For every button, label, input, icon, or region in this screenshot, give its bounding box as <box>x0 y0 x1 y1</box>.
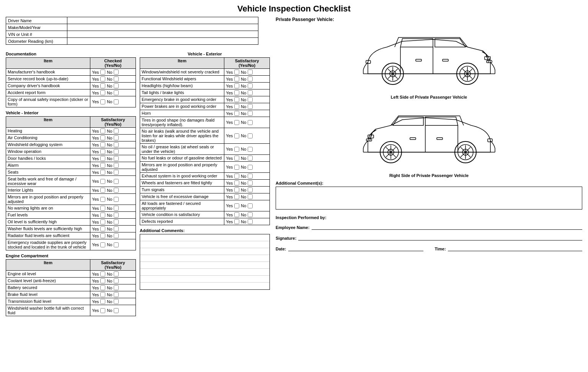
no-checkbox[interactable] <box>114 99 119 104</box>
yes-checkbox[interactable] <box>234 133 239 138</box>
no-checkbox[interactable] <box>114 233 119 238</box>
yes-checkbox[interactable] <box>100 213 105 218</box>
yes-checkbox[interactable] <box>234 104 239 109</box>
no-checkbox[interactable] <box>114 83 119 88</box>
yes-checkbox[interactable] <box>100 285 105 290</box>
time-underline[interactable] <box>448 245 582 251</box>
yes-checkbox[interactable] <box>234 83 239 88</box>
comment-line[interactable] <box>140 283 270 289</box>
yes-checkbox[interactable] <box>100 226 105 231</box>
no-checkbox[interactable] <box>114 292 119 297</box>
yes-checkbox[interactable] <box>234 187 239 192</box>
yes-checkbox[interactable] <box>100 76 105 81</box>
no-checkbox[interactable] <box>114 226 119 231</box>
no-checkbox[interactable] <box>248 97 253 102</box>
no-checkbox[interactable] <box>248 111 253 116</box>
yes-checkbox[interactable] <box>100 308 105 313</box>
info-value[interactable] <box>67 24 258 31</box>
no-checkbox[interactable] <box>248 120 253 125</box>
no-checkbox[interactable] <box>248 70 253 75</box>
info-value[interactable] <box>67 31 258 38</box>
no-checkbox[interactable] <box>114 156 119 161</box>
no-checkbox[interactable] <box>114 197 119 202</box>
yes-checkbox[interactable] <box>100 206 105 211</box>
info-value[interactable] <box>67 38 258 45</box>
yes-checkbox[interactable] <box>100 99 105 104</box>
yes-checkbox[interactable] <box>100 149 105 154</box>
yes-checkbox[interactable] <box>100 219 105 224</box>
yes-checkbox[interactable] <box>100 135 105 140</box>
yes-checkbox[interactable] <box>100 188 105 193</box>
no-checkbox[interactable] <box>248 180 253 185</box>
no-checkbox[interactable] <box>248 83 253 88</box>
yes-checkbox[interactable] <box>234 120 239 125</box>
yes-checkbox[interactable] <box>234 165 239 170</box>
yes-checkbox[interactable] <box>100 299 105 304</box>
no-checkbox[interactable] <box>114 179 119 184</box>
yes-checkbox[interactable] <box>100 197 105 202</box>
comment-line[interactable] <box>140 262 270 269</box>
comment-line[interactable] <box>140 241 270 248</box>
no-checkbox[interactable] <box>114 242 119 247</box>
yes-checkbox[interactable] <box>100 292 105 297</box>
no-checkbox[interactable] <box>114 219 119 224</box>
comment-line[interactable] <box>140 255 270 262</box>
no-checkbox[interactable] <box>114 285 119 290</box>
yes-checkbox[interactable] <box>234 219 239 224</box>
no-checkbox[interactable] <box>248 194 253 199</box>
yes-checkbox[interactable] <box>234 194 239 199</box>
no-checkbox[interactable] <box>114 163 119 168</box>
no-checkbox[interactable] <box>248 174 253 179</box>
yes-checkbox[interactable] <box>100 70 105 75</box>
comment-line[interactable] <box>140 234 270 241</box>
no-checkbox[interactable] <box>248 187 253 192</box>
yes-checkbox[interactable] <box>234 180 239 185</box>
no-checkbox[interactable] <box>248 219 253 224</box>
no-checkbox[interactable] <box>248 212 253 217</box>
comment-line[interactable] <box>140 248 270 255</box>
no-checkbox[interactable] <box>114 206 119 211</box>
no-checkbox[interactable] <box>114 188 119 193</box>
yes-checkbox[interactable] <box>234 97 239 102</box>
yes-checkbox[interactable] <box>234 70 239 75</box>
yes-checkbox[interactable] <box>234 147 239 152</box>
employee-name-underline[interactable] <box>312 224 582 230</box>
no-checkbox[interactable] <box>114 90 119 95</box>
yes-checkbox[interactable] <box>234 76 239 81</box>
yes-checkbox[interactable] <box>234 111 239 116</box>
no-checkbox[interactable] <box>248 90 253 95</box>
yes-checkbox[interactable] <box>234 203 239 208</box>
yes-checkbox[interactable] <box>100 233 105 238</box>
no-checkbox[interactable] <box>248 203 253 208</box>
comment-line[interactable] <box>140 276 270 283</box>
no-checkbox[interactable] <box>114 76 119 81</box>
no-checkbox[interactable] <box>114 213 119 218</box>
signature-underline[interactable] <box>298 234 582 240</box>
no-checkbox[interactable] <box>248 156 253 161</box>
no-checkbox[interactable] <box>114 308 119 313</box>
yes-checkbox[interactable] <box>100 271 105 276</box>
no-checkbox[interactable] <box>248 104 253 109</box>
no-checkbox[interactable] <box>114 149 119 154</box>
no-checkbox[interactable] <box>114 278 119 283</box>
no-checkbox[interactable] <box>114 271 119 276</box>
yes-checkbox[interactable] <box>100 278 105 283</box>
date-underline[interactable] <box>288 245 423 251</box>
yes-checkbox[interactable] <box>100 83 105 88</box>
no-checkbox[interactable] <box>248 165 253 170</box>
no-checkbox[interactable] <box>114 142 119 147</box>
no-checkbox[interactable] <box>248 147 253 152</box>
no-checkbox[interactable] <box>114 70 119 75</box>
yes-checkbox[interactable] <box>234 156 239 161</box>
yes-checkbox[interactable] <box>234 90 239 95</box>
no-checkbox[interactable] <box>248 76 253 81</box>
yes-checkbox[interactable] <box>234 174 239 179</box>
yes-checkbox[interactable] <box>100 242 105 247</box>
additional-comments-right-box[interactable] <box>276 187 582 210</box>
yes-checkbox[interactable] <box>234 212 239 217</box>
no-checkbox[interactable] <box>248 133 253 138</box>
info-value[interactable] <box>67 17 258 24</box>
yes-checkbox[interactable] <box>100 142 105 147</box>
yes-checkbox[interactable] <box>100 90 105 95</box>
comment-line[interactable] <box>140 269 270 276</box>
